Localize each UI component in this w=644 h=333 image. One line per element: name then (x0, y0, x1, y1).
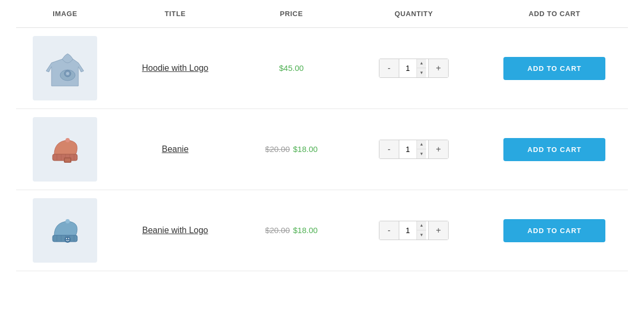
product-title-cell-hoodie-with-logo: Hoodie with Logo (114, 28, 236, 109)
add-to-cart-button-hoodie-with-logo[interactable]: ADD TO CART (503, 57, 605, 80)
qty-arrows-beanie: ▲ ▼ (416, 140, 426, 158)
price-regular-hoodie-with-logo: $45.00 (279, 63, 304, 73)
qty-input-wrapper-beanie: ▲ ▼ (399, 140, 429, 158)
header-image: IMAGE (16, 0, 114, 28)
qty-plus-hoodie-with-logo[interactable]: + (429, 59, 448, 77)
price-sale-beanie: $18.00 (293, 144, 318, 154)
product-image-cell-beanie (16, 109, 114, 190)
qty-arrow-down-hoodie-with-logo[interactable]: ▼ (416, 68, 426, 77)
svg-point-11 (65, 138, 70, 142)
svg-point-21 (65, 219, 70, 223)
add-to-cart-cell-hoodie-with-logo: ADD TO CART (481, 28, 628, 109)
svg-point-18 (64, 236, 71, 243)
product-title-link-beanie[interactable]: Beanie (162, 144, 188, 154)
quantity-control-beanie-with-logo: - ▲ ▼ + (379, 221, 449, 240)
qty-input-wrapper-beanie-with-logo: ▲ ▼ (399, 221, 429, 240)
add-to-cart-cell-beanie-with-logo: ADD TO CART (481, 190, 628, 271)
product-price-cell-beanie: $20.00$18.00 (236, 109, 346, 190)
product-title-cell-beanie-with-logo: Beanie with Logo (114, 190, 236, 271)
products-table-container: IMAGE TITLE PRICE QUANTITY ADD TO CART H… (0, 0, 644, 271)
qty-input-wrapper-hoodie-with-logo: ▲ ▼ (399, 59, 429, 77)
product-quantity-cell-beanie-with-logo: - ▲ ▼ + (347, 190, 481, 271)
product-title-link-hoodie-with-logo[interactable]: Hoodie with Logo (142, 63, 209, 73)
qty-arrows-beanie-with-logo: ▲ ▼ (416, 221, 426, 240)
qty-arrow-down-beanie-with-logo[interactable]: ▼ (416, 230, 426, 240)
qty-arrow-up-beanie-with-logo[interactable]: ▲ (416, 221, 426, 230)
qty-input-beanie[interactable] (399, 140, 416, 158)
qty-plus-beanie[interactable]: + (429, 140, 448, 158)
qty-arrow-up-beanie[interactable]: ▲ (416, 140, 426, 149)
product-quantity-cell-hoodie-with-logo: - ▲ ▼ + (347, 28, 481, 109)
product-image-cell-beanie-with-logo (16, 190, 114, 271)
qty-input-beanie-with-logo[interactable] (399, 221, 416, 240)
table-row: Beanie$20.00$18.00 - ▲ ▼ + ADD TO CART (16, 109, 628, 190)
product-title-link-beanie-with-logo[interactable]: Beanie with Logo (142, 226, 208, 235)
svg-rect-10 (65, 158, 70, 162)
product-image-beanie-with-logo (33, 198, 97, 263)
qty-plus-beanie-with-logo[interactable]: + (429, 221, 448, 240)
add-to-cart-button-beanie[interactable]: ADD TO CART (503, 138, 605, 161)
price-original-beanie: $20.00 (265, 144, 290, 154)
header-cart: ADD TO CART (481, 0, 628, 28)
product-image-hoodie-with-logo (33, 36, 97, 100)
table-row: Beanie with Logo$20.00$18.00 - ▲ ▼ + ADD… (16, 190, 628, 271)
table-header-row: IMAGE TITLE PRICE QUANTITY ADD TO CART (16, 0, 628, 28)
product-price-cell-hoodie-with-logo: $45.00 (236, 28, 346, 109)
product-price-cell-beanie-with-logo: $20.00$18.00 (236, 190, 346, 271)
add-to-cart-button-beanie-with-logo[interactable]: ADD TO CART (503, 219, 605, 242)
header-price: PRICE (236, 0, 346, 28)
product-image-cell-hoodie-with-logo (16, 28, 114, 109)
svg-point-2 (66, 72, 69, 75)
quantity-control-hoodie-with-logo: - ▲ ▼ + (379, 59, 449, 78)
qty-minus-hoodie-with-logo[interactable]: - (379, 59, 399, 77)
product-title-cell-beanie: Beanie (114, 109, 236, 190)
qty-minus-beanie[interactable]: - (379, 140, 399, 158)
header-title: TITLE (114, 0, 236, 28)
header-quantity: QUANTITY (347, 0, 481, 28)
quantity-control-beanie: - ▲ ▼ + (379, 140, 449, 159)
product-quantity-cell-beanie: - ▲ ▼ + (347, 109, 481, 190)
qty-input-hoodie-with-logo[interactable] (399, 59, 416, 77)
table-row: Hoodie with Logo$45.00 - ▲ ▼ + ADD TO CA… (16, 28, 628, 109)
qty-arrow-down-beanie[interactable]: ▼ (416, 149, 426, 158)
price-sale-beanie-with-logo: $18.00 (293, 226, 318, 235)
price-original-beanie-with-logo: $20.00 (265, 226, 290, 235)
product-image-beanie (33, 117, 97, 182)
qty-arrows-hoodie-with-logo: ▲ ▼ (416, 59, 426, 77)
qty-minus-beanie-with-logo[interactable]: - (379, 221, 399, 240)
svg-point-19 (66, 238, 67, 239)
svg-point-20 (68, 238, 69, 239)
qty-arrow-up-hoodie-with-logo[interactable]: ▲ (416, 59, 426, 68)
products-table: IMAGE TITLE PRICE QUANTITY ADD TO CART H… (16, 0, 628, 271)
add-to-cart-cell-beanie: ADD TO CART (481, 109, 628, 190)
